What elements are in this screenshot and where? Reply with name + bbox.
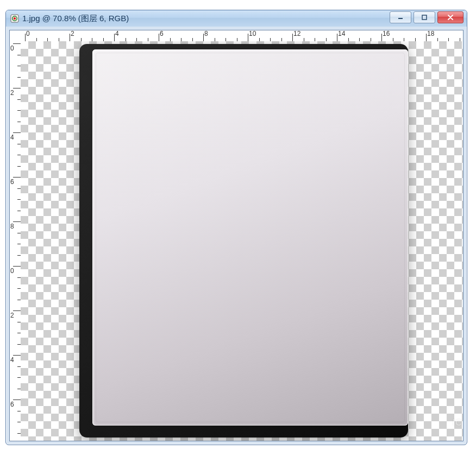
svg-rect-3 [398, 18, 403, 19]
svg-point-2 [14, 17, 16, 20]
ruler-v-label: 0 [10, 267, 14, 275]
ruler-v-label: 4 [10, 356, 14, 364]
ruler-h-label: 14 [338, 30, 345, 37]
ruler-v-label: 8 [10, 223, 14, 230]
ruler-h-label: 0 [26, 30, 30, 37]
close-button[interactable] [437, 11, 464, 23]
ruler-h-label: 6 [160, 30, 164, 37]
ruler-h-label: 10 [249, 30, 256, 37]
canvas-viewport[interactable]: IC [21, 41, 463, 441]
ruler-v-label: 0 [10, 45, 14, 52]
svg-rect-4 [422, 15, 427, 20]
app-icon [10, 14, 19, 23]
document-client-area: 024681012141618 024680246 IC [9, 30, 464, 441]
ruler-v-label: 6 [10, 178, 14, 186]
maximize-button[interactable] [414, 11, 435, 23]
ruler-v-label: 2 [10, 89, 14, 97]
ruler-h-label: 2 [71, 30, 74, 37]
document-window: 1.jpg @ 70.8% (图层 6, RGB) 02468101214161… [5, 10, 467, 445]
ruler-h-label: 16 [383, 30, 390, 37]
ruler-horizontal[interactable]: 024681012141618 [21, 30, 463, 42]
titlebar[interactable]: 1.jpg @ 70.8% (图层 6, RGB) [6, 10, 467, 27]
ruler-h-label: 12 [293, 30, 300, 37]
ruler-h-label: 8 [204, 30, 208, 37]
window-controls [390, 11, 464, 23]
artwork [79, 44, 408, 438]
ruler-v-label: 4 [10, 134, 14, 141]
watermark-text: IC [453, 418, 462, 428]
ruler-h-label: 4 [115, 30, 119, 37]
ruler-h-label: 18 [427, 30, 434, 37]
ruler-origin[interactable] [10, 30, 21, 42]
ruler-vertical[interactable]: 024680246 [10, 41, 21, 441]
book-front-cover [92, 49, 408, 426]
ruler-v-label: 2 [10, 312, 14, 319]
minimize-button[interactable] [390, 11, 411, 23]
ruler-v-label: 6 [10, 401, 14, 408]
